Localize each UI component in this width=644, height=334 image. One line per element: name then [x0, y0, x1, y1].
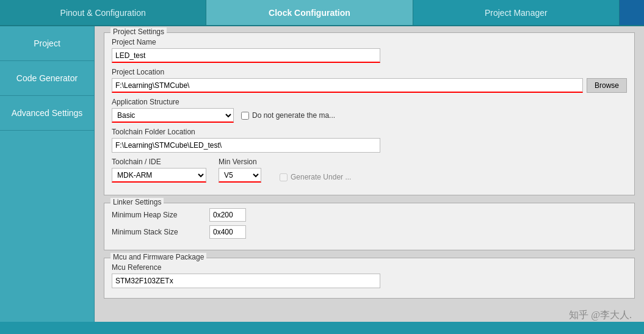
- mcu-firmware-group: Mcu and Firmware Package Mcu Reference: [104, 258, 635, 299]
- toolchain-folder-input[interactable]: [112, 138, 380, 153]
- project-name-row: Project Name: [112, 38, 627, 63]
- bottom-bar: [0, 322, 644, 334]
- tab-pinout[interactable]: Pinout & Configuration: [0, 0, 206, 25]
- browse-button[interactable]: Browse: [587, 78, 627, 93]
- app-structure-select[interactable]: Basic Advanced: [112, 108, 234, 123]
- linker-settings-group: Linker Settings Minimum Heap Size Minimu…: [104, 203, 635, 250]
- project-location-field-row: Browse: [112, 78, 627, 93]
- project-location-input[interactable]: [112, 78, 583, 93]
- project-name-input[interactable]: [112, 48, 380, 63]
- tab-project-manager[interactable]: Project Manager: [413, 0, 620, 25]
- toolchain-ide-label: Toolchain / IDE: [112, 158, 206, 166]
- stack-size-input[interactable]: [209, 225, 246, 239]
- tab-clock[interactable]: Clock Configuration: [206, 0, 413, 25]
- tab-bar: Pinout & Configuration Clock Configurati…: [0, 0, 644, 26]
- heap-size-input[interactable]: [209, 208, 246, 222]
- project-location-row: Project Location Browse: [112, 68, 627, 93]
- toolchain-ide-col: Toolchain / IDE MDK-ARM STM32CubeIDE Mak…: [112, 158, 206, 183]
- generate-under-checkbox: [280, 173, 288, 181]
- project-settings-group: Project Settings Project Name Project Lo…: [104, 32, 635, 195]
- stack-size-row: Minimum Stack Size: [112, 225, 627, 239]
- sidebar-item-project[interactable]: Project: [0, 26, 94, 61]
- heap-size-label: Minimum Heap Size: [112, 211, 203, 219]
- content-area: Project Settings Project Name Project Lo…: [95, 26, 644, 334]
- project-name-label: Project Name: [112, 38, 627, 46]
- project-settings-title: Project Settings: [110, 27, 167, 36]
- sidebar: Project Code Generator Advanced Settings: [0, 26, 95, 334]
- no-generate-main-checkbox[interactable]: [241, 112, 249, 120]
- no-generate-main-label: Do not generate the ma...: [241, 111, 335, 120]
- linker-settings-title: Linker Settings: [110, 198, 164, 206]
- toolchain-ide-select[interactable]: MDK-ARM STM32CubeIDE Makefile: [112, 168, 206, 183]
- min-version-select[interactable]: V5 V4 V6: [219, 168, 261, 183]
- mcu-firmware-title: Mcu and Firmware Package: [110, 253, 206, 261]
- heap-size-row: Minimum Heap Size: [112, 208, 627, 222]
- mcu-reference-label: Mcu Reference: [112, 263, 627, 272]
- extra-tab-block: [620, 0, 644, 25]
- sidebar-item-advanced-settings[interactable]: Advanced Settings: [0, 96, 94, 131]
- app-structure-controls: Basic Advanced Do not generate the ma...: [112, 108, 627, 123]
- min-version-col: Min Version V5 V4 V6: [219, 158, 261, 183]
- main-layout: Project Code Generator Advanced Settings…: [0, 26, 644, 334]
- toolchain-folder-row: Toolchain Folder Location: [112, 128, 627, 153]
- toolchain-ide-controls: Toolchain / IDE MDK-ARM STM32CubeIDE Mak…: [112, 158, 627, 183]
- sidebar-item-code-generator[interactable]: Code Generator: [0, 61, 94, 96]
- generate-under-row: Generate Under ...: [280, 173, 351, 183]
- app-structure-row: Application Structure Basic Advanced Do …: [112, 98, 627, 123]
- min-version-label: Min Version: [219, 158, 261, 166]
- app-structure-label: Application Structure: [112, 98, 627, 106]
- mcu-reference-row: Mcu Reference: [112, 263, 627, 288]
- stack-size-label: Minimum Stack Size: [112, 228, 203, 236]
- toolchain-folder-label: Toolchain Folder Location: [112, 128, 627, 136]
- toolchain-ide-row: Toolchain / IDE MDK-ARM STM32CubeIDE Mak…: [112, 158, 627, 183]
- mcu-reference-input[interactable]: [112, 274, 380, 288]
- project-location-label: Project Location: [112, 68, 627, 76]
